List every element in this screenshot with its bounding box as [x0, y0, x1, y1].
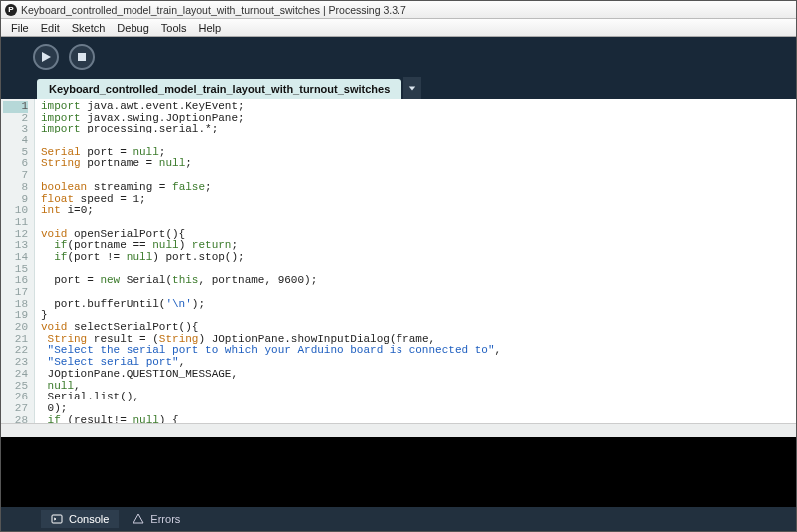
code-line[interactable]: float speed = 1; [41, 194, 790, 206]
code-area[interactable]: import java.awt.event.KeyEvent;import ja… [35, 99, 796, 423]
code-line[interactable]: String portname = null; [41, 158, 790, 170]
line-number: 17 [3, 287, 28, 299]
line-number: 28 [3, 415, 28, 423]
menu-tools[interactable]: Tools [155, 21, 193, 35]
menu-bar: File Edit Sketch Debug Tools Help [1, 19, 796, 37]
title-bar: P Keyboard_controlled_model_train_layout… [1, 1, 796, 19]
code-line[interactable]: port.bufferUntil('\n'); [41, 299, 790, 311]
code-line[interactable]: boolean streaming = false; [41, 182, 790, 194]
bottom-tab-bar: Console Errors [1, 507, 796, 531]
code-line[interactable]: import processing.serial.*; [41, 124, 790, 135]
svg-rect-1 [78, 53, 86, 61]
menu-debug[interactable]: Debug [111, 21, 154, 35]
errors-tab[interactable]: Errors [123, 510, 190, 528]
toolbar [1, 37, 796, 77]
code-line[interactable]: port = new Serial(this, portname, 9600); [41, 275, 790, 287]
svg-marker-2 [409, 86, 415, 90]
svg-marker-0 [42, 52, 51, 62]
code-line[interactable]: JOptionPane.QUESTION_MESSAGE, [41, 369, 790, 381]
menu-edit[interactable]: Edit [35, 21, 66, 35]
console-output [1, 437, 796, 507]
line-number: 20 [3, 322, 28, 334]
tab-menu-button[interactable] [403, 77, 421, 99]
code-line[interactable]: if(port != null) port.stop(); [41, 252, 790, 264]
menu-help[interactable]: Help [192, 21, 227, 35]
errors-tab-label: Errors [150, 513, 180, 525]
svg-marker-4 [133, 514, 143, 523]
console-tab-label: Console [69, 513, 109, 525]
code-line[interactable]: if (result!= null) { [41, 415, 790, 423]
line-number: 1 [3, 101, 28, 113]
stop-icon [76, 51, 88, 63]
line-number: 4 [3, 135, 28, 147]
menu-sketch[interactable]: Sketch [66, 21, 112, 35]
menu-file[interactable]: File [5, 21, 35, 35]
console-tab[interactable]: Console [41, 510, 119, 528]
sketch-tab-row: Keyboard_controlled_model_train_layout_w… [1, 77, 796, 99]
code-line[interactable]: int i=0; [41, 205, 790, 217]
code-line[interactable]: Serial.list(), [41, 392, 790, 403]
window-title: Keyboard_controlled_model_train_layout_w… [21, 4, 406, 16]
line-number: 8 [3, 182, 28, 194]
line-number: 27 [3, 403, 28, 415]
stop-button[interactable] [69, 44, 95, 70]
app-window: P Keyboard_controlled_model_train_layout… [0, 0, 797, 532]
play-icon [40, 51, 52, 63]
sketch-tab[interactable]: Keyboard_controlled_model_train_layout_w… [37, 79, 401, 99]
run-button[interactable] [33, 44, 59, 70]
line-number: 24 [3, 369, 28, 381]
code-editor[interactable]: 1234567891011121314151617181920212223242… [1, 99, 796, 423]
console-icon [51, 513, 63, 525]
chevron-down-icon [408, 84, 416, 92]
line-number-gutter: 1234567891011121314151617181920212223242… [1, 99, 35, 423]
warning-icon [133, 513, 144, 525]
app-icon: P [5, 4, 17, 16]
code-line[interactable]: null, [41, 381, 790, 393]
line-number: 11 [3, 217, 28, 229]
horizontal-scrollbar[interactable] [1, 423, 796, 437]
line-number: 14 [3, 252, 28, 264]
